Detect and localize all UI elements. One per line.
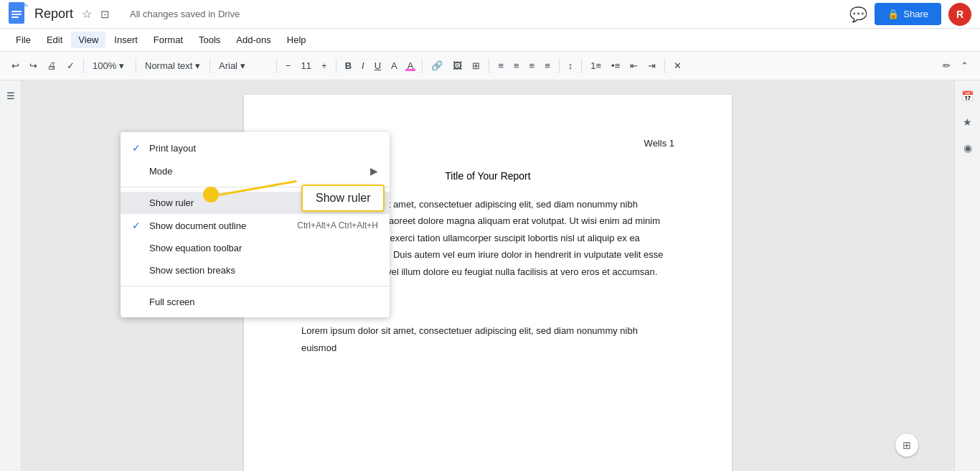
toolbar-separator-1: [83, 59, 84, 73]
toolbar-separator-2: [136, 59, 136, 73]
document-area: Wells 1 Title of Your Report Lorem ipsum…: [22, 80, 954, 471]
underline-button[interactable]: U: [370, 57, 385, 74]
expand-button[interactable]: ⊞: [895, 434, 918, 457]
toolbar-separator-5: [336, 59, 336, 73]
svg-rect-0: [9, 2, 24, 24]
calendar-icon[interactable]: 📅: [959, 88, 976, 105]
svg-rect-2: [11, 11, 22, 12]
arrow-icon-mode: ▶: [370, 165, 378, 177]
bullet-list-button[interactable]: •≡: [607, 57, 624, 74]
title-bar-right: 💬 🔒 Share R: [849, 3, 971, 26]
menu-item-print-layout[interactable]: ✓ Print layout: [121, 136, 390, 159]
sidebar-toggle: ☰: [0, 80, 22, 471]
menu-bar: File Edit View Insert Format Tools Add-o…: [0, 29, 980, 52]
link-button[interactable]: 🔗: [427, 57, 447, 74]
align-right-button[interactable]: ≡: [525, 57, 540, 74]
clear-format-button[interactable]: ✕: [669, 57, 686, 74]
menu-label-show-doc-outline: Show document outline: [149, 220, 297, 231]
font-size-increase[interactable]: +: [317, 57, 331, 74]
lock-icon: 🔒: [887, 9, 899, 19]
text-color-button[interactable]: A: [387, 57, 402, 74]
menu-tools[interactable]: Tools: [192, 32, 227, 48]
divider-2: [121, 286, 390, 286]
print-button[interactable]: 🖨: [43, 57, 61, 74]
view-dropdown-menu: ✓ Print layout Mode ▶ Show ruler ✓ Show …: [121, 132, 390, 317]
menu-file[interactable]: File: [9, 32, 38, 48]
share-button[interactable]: 🔒 Share: [875, 3, 941, 25]
menu-label-full-screen: Full screen: [149, 297, 378, 307]
right-sidebar: 📅 ★ ◉: [954, 80, 980, 471]
toolbar-separator-7: [489, 59, 489, 73]
font-size-input[interactable]: 11: [297, 57, 316, 74]
star-icon[interactable]: ☆: [82, 7, 92, 21]
redo-button[interactable]: ↪: [25, 57, 42, 74]
star-sidebar-icon[interactable]: ★: [959, 113, 976, 131]
menu-help[interactable]: Help: [280, 32, 314, 48]
body-paragraph-2: Lorem ipsum dolor sit amet, consectetuer…: [301, 322, 674, 356]
bold-button[interactable]: B: [341, 57, 356, 74]
svg-rect-3: [11, 14, 22, 15]
avatar: R: [948, 3, 971, 26]
menu-item-show-doc-outline[interactable]: ✓ Show document outline Ctrl+Alt+A Ctrl+…: [121, 214, 390, 237]
toolbar-separator-4: [276, 59, 277, 73]
line-spacing-button[interactable]: ↕: [564, 57, 578, 74]
increase-indent-button[interactable]: ⇥: [644, 57, 660, 74]
saved-message: All changes saved in Drive: [130, 9, 240, 19]
toolbar-separator-3: [209, 59, 210, 73]
toolbar: ↩ ↪ 🖨 ✓ 100% ▾ Normal text ▾ Arial ▾ − 1…: [0, 52, 980, 80]
toolbar-expand-button[interactable]: ⌃: [956, 57, 973, 74]
comment-icon[interactable]: 💬: [849, 6, 867, 23]
zoom-select[interactable]: 100% ▾: [88, 57, 131, 74]
toolbar-separator-10: [664, 59, 665, 73]
insert-table-button[interactable]: ⊞: [468, 57, 484, 74]
menu-item-full-screen[interactable]: Full screen: [121, 291, 390, 313]
document-title: Report: [34, 6, 73, 22]
menu-insert[interactable]: Insert: [107, 32, 145, 48]
decrease-indent-button[interactable]: ⇤: [626, 57, 642, 74]
justify-button[interactable]: ≡: [540, 57, 555, 74]
menu-addons[interactable]: Add-ons: [229, 32, 278, 48]
spellcheck-button[interactable]: ✓: [62, 57, 79, 74]
highlight-button[interactable]: A: [403, 57, 418, 74]
menu-label-show-eq-toolbar: Show equation toolbar: [149, 243, 378, 253]
folder-icon[interactable]: ⊡: [100, 8, 110, 21]
tooltip-label: Show ruler: [316, 192, 370, 204]
menu-label-show-section-breaks: Show section breaks: [149, 265, 378, 276]
pointer-dot: [203, 187, 219, 202]
font-select[interactable]: Arial ▾: [215, 57, 272, 74]
pen-tool-button[interactable]: ✏: [938, 57, 955, 74]
menu-edit[interactable]: Edit: [39, 32, 70, 48]
title-bar: Report ☆ ⊡ All changes saved in Drive 💬 …: [0, 0, 980, 29]
menu-item-show-section-breaks[interactable]: Show section breaks: [121, 259, 390, 281]
menu-label-mode: Mode: [149, 166, 364, 177]
page-controls: ⊞: [895, 434, 918, 457]
circle-sidebar-icon[interactable]: ◉: [959, 139, 976, 157]
toolbar-separator-8: [559, 59, 560, 73]
normal-text-select[interactable]: Normal text ▾: [141, 57, 205, 74]
svg-rect-4: [11, 17, 19, 18]
numbered-list-button[interactable]: 1≡: [586, 57, 606, 74]
check-icon-print-layout: ✓: [132, 142, 146, 154]
menu-item-mode[interactable]: Mode ▶: [121, 159, 390, 182]
font-size-decrease[interactable]: −: [281, 57, 296, 74]
tooltip-box: Show ruler: [301, 185, 385, 212]
shortcut-show-doc-outline: Ctrl+Alt+A Ctrl+Alt+H: [297, 220, 378, 230]
svg-marker-1: [24, 2, 29, 6]
toolbar-separator-6: [422, 59, 423, 73]
undo-button[interactable]: ↩: [7, 57, 24, 74]
check-icon-show-doc-outline: ✓: [132, 220, 146, 231]
sidebar-panel-toggle[interactable]: ☰: [2, 88, 19, 104]
menu-label-print-layout: Print layout: [149, 143, 378, 154]
doc-icon: [9, 2, 29, 27]
italic-button[interactable]: I: [357, 57, 369, 74]
insert-image-button[interactable]: 🖼: [448, 57, 466, 74]
align-center-button[interactable]: ≡: [509, 57, 524, 74]
menu-format[interactable]: Format: [146, 32, 190, 48]
toolbar-separator-9: [581, 59, 582, 73]
align-left-button[interactable]: ≡: [494, 57, 508, 74]
menu-view[interactable]: View: [71, 32, 105, 48]
menu-item-show-eq-toolbar[interactable]: Show equation toolbar: [121, 237, 390, 259]
main-container: ☰ Wells 1 Title of Your Report Lorem ips…: [0, 80, 980, 471]
